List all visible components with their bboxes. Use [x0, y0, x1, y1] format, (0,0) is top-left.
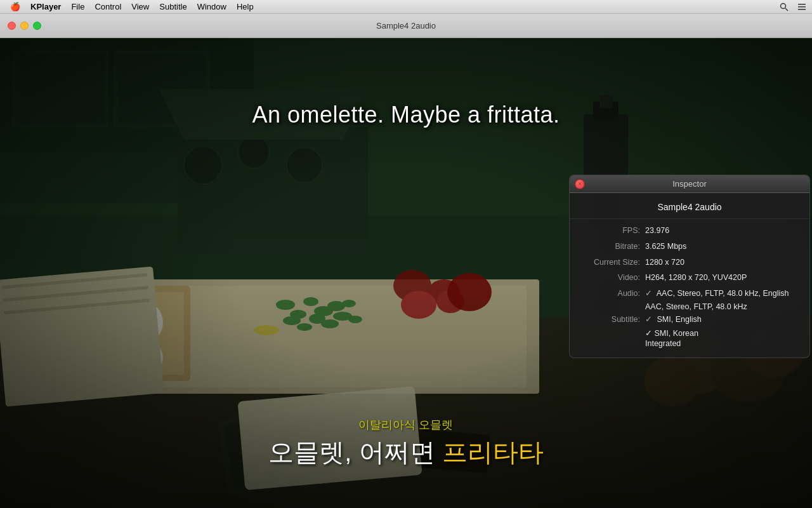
subtitle-korean-white: 오믈렛, 어쩌면: [268, 438, 442, 466]
maximize-button[interactable]: [33, 22, 41, 30]
svg-line-1: [785, 8, 788, 11]
inspector-row-subtitle2: ✓ SMI, Korean: [570, 328, 809, 338]
menu-window[interactable]: Window: [192, 0, 232, 14]
subtitle-korean-main: 오믈렛, 어쩌면 프리타타: [268, 435, 543, 470]
inspector-row-subtitle1: Subtitle: ✓ SMI, English: [570, 312, 809, 328]
inspector-label-fps: FPS:: [580, 225, 640, 237]
inspector-value-fps: 23.976: [645, 225, 799, 237]
menu-bar: 🍎 KPlayer File Control View Subtitle Win…: [0, 0, 812, 14]
inspector-value-audio1: ✓ AAC, Stereo, FLTP, 48.0 kHz, English: [645, 288, 799, 300]
inspector-label-video: Video:: [580, 272, 640, 284]
inspector-titlebar: Inspector: [570, 175, 809, 193]
inspector-value-subtitle1: ✓ SMI, English: [645, 314, 799, 326]
inspector-label-audio: Audio:: [580, 288, 640, 300]
inspector-row-size: Current Size: 1280 x 720: [570, 255, 809, 271]
subtitle-korean-highlighted: 프리타타: [442, 438, 544, 466]
apple-menu[interactable]: 🍎: [5, 0, 25, 14]
inspector-row-video: Video: H264, 1280 x 720, YUV420P: [570, 270, 809, 286]
menu-control[interactable]: Control: [89, 0, 126, 14]
menu-kplayer[interactable]: KPlayer: [25, 0, 66, 14]
inspector-label-size: Current Size:: [580, 257, 640, 269]
inspector-row-audio2: AAC, Stereo, FLTP, 48.0 kHz: [570, 302, 809, 312]
svg-rect-4: [798, 9, 806, 10]
minimize-button[interactable]: [20, 22, 29, 30]
inspector-row-fps: FPS: 23.976: [570, 223, 809, 239]
inspector-row-bitrate: Bitrate: 3.625 Mbps: [570, 239, 809, 255]
inspector-close-button[interactable]: [575, 179, 585, 189]
svg-point-0: [781, 3, 786, 8]
inspector-filename: Sample4 2audio: [570, 199, 809, 219]
list-icon[interactable]: [797, 2, 807, 12]
search-icon[interactable]: [779, 2, 789, 12]
traffic-lights: [8, 22, 41, 30]
inspector-value-size: 1280 x 720: [645, 257, 799, 269]
close-button[interactable]: [8, 22, 16, 30]
menu-view[interactable]: View: [126, 0, 154, 14]
inspector-row-subtitle3: Integrated: [570, 338, 809, 349]
inspector-row-audio1: Audio: ✓ AAC, Stereo, FLTP, 48.0 kHz, En…: [570, 286, 809, 302]
inspector-body: Sample4 2audio FPS: 23.976 Bitrate: 3.62…: [570, 193, 809, 358]
window-title: Sample4 2audio: [376, 21, 436, 30]
svg-rect-2: [798, 4, 806, 5]
subtitle-korean-top: 이탈리아식 오믈렛: [268, 417, 543, 432]
inspector-panel: Inspector Sample4 2audio FPS: 23.976 Bit…: [569, 175, 810, 358]
inspector-value-video: H264, 1280 x 720, YUV420P: [645, 272, 799, 284]
menu-subtitle[interactable]: Subtitle: [154, 0, 192, 14]
title-bar: Sample4 2audio: [0, 14, 812, 38]
subtitle-english: An omelette. Maybe a frittata.: [252, 102, 560, 128]
svg-rect-3: [798, 6, 806, 8]
menu-file[interactable]: File: [66, 0, 89, 14]
video-player[interactable]: An omelette. Maybe a frittata. 이탈리아식 오믈렛…: [0, 38, 812, 508]
inspector-value-subtitle3: Integrated: [645, 339, 681, 348]
inspector-value-audio2: AAC, Stereo, FLTP, 48.0 kHz: [645, 302, 747, 311]
subtitle-korean-container: 이탈리아식 오믈렛 오믈렛, 어쩌면 프리타타: [268, 417, 543, 470]
inspector-title: Inspector: [672, 179, 706, 189]
inspector-value-bitrate: 3.625 Mbps: [645, 241, 799, 253]
menu-help[interactable]: Help: [232, 0, 259, 14]
inspector-value-subtitle2: ✓ SMI, Korean: [645, 328, 698, 338]
inspector-label-bitrate: Bitrate:: [580, 241, 640, 253]
inspector-label-subtitle: Subtitle:: [580, 314, 640, 326]
